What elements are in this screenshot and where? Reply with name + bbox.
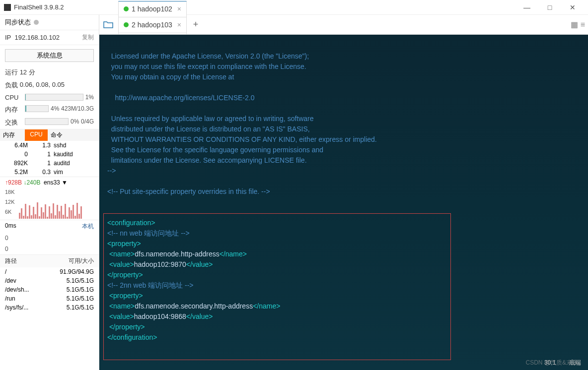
minimize-button[interactable]: —: [515, 0, 538, 15]
table-row[interactable]: 5.2M0.3vim: [0, 168, 99, 177]
mem-bar: [25, 105, 49, 112]
disk-col-path[interactable]: 路径: [5, 257, 49, 265]
net-up: ↑928B: [5, 179, 22, 186]
mem-value: 423M/10.3G: [61, 105, 94, 114]
net-down: ↓240B: [23, 179, 40, 186]
process-table: 内存 CPU 命令 6.4M1.3sshd01kauditd892K1audit…: [0, 129, 99, 177]
table-row[interactable]: 01kauditd: [0, 150, 99, 159]
latency-zero-row2: 0: [0, 244, 99, 254]
xml-comment-1: <!-- nn web 端访问地址 -->: [107, 229, 190, 237]
xml-value1-close: </value>: [186, 260, 213, 268]
sync-status: 同步状态: [0, 15, 99, 30]
xml-property2-close: </property>: [107, 323, 145, 331]
mem-row: 内存 4% 423M/10.3G: [0, 103, 99, 116]
load-value: 0.06, 0.08, 0.05: [20, 81, 65, 90]
mem-pct: 4%: [51, 105, 59, 114]
disk-header: 路径 可用/大小: [0, 254, 99, 267]
xml-property-close: </property>: [107, 271, 143, 279]
disk-col-size[interactable]: 可用/大小: [49, 257, 94, 265]
xml-value2-value: hadoop104:9868: [134, 312, 186, 320]
watermark: CSDN @气质&末雨: [525, 358, 578, 367]
net-interface-dropdown[interactable]: ens33 ▼: [44, 179, 68, 186]
new-tab-button[interactable]: +: [189, 18, 203, 32]
list-item[interactable]: /dev5.1G/5.1G: [0, 276, 99, 285]
view-icons[interactable]: ▦ ≡: [571, 20, 585, 29]
list-item[interactable]: /91.9G/94.9G: [0, 267, 99, 276]
load-row: 负载 0.06, 0.08, 0.05: [0, 79, 99, 92]
app-icon: [4, 4, 11, 11]
ip-value: 192.168.10.102: [15, 34, 60, 41]
mem-label: 内存: [5, 105, 23, 114]
close-button[interactable]: ✕: [561, 0, 584, 15]
titlebar: FinalShell 3.9.8.2 — □ ✕: [0, 0, 588, 15]
xml-name1-close: </name>: [220, 250, 247, 258]
chart-y-6k: 6K: [5, 209, 11, 215]
latency-z1: 0: [5, 235, 8, 242]
copy-button[interactable]: 复制: [82, 33, 94, 42]
sync-dot-icon: [34, 20, 39, 25]
xml-name2-close: </name>: [253, 302, 280, 310]
tab[interactable]: 1 hadoop102×: [118, 1, 187, 17]
col-cmd[interactable]: 命令: [48, 129, 99, 141]
latency-row: 0ms 本机: [0, 220, 99, 233]
xml-value1-open: <value>: [107, 260, 134, 268]
close-tab-icon[interactable]: ×: [177, 21, 181, 29]
chart-y-18k: 18K: [5, 189, 15, 195]
latency-zero-row: 0: [0, 233, 99, 244]
xml-comment-2: <!-- 2nn web 端访问地址 -->: [107, 281, 194, 289]
swap-value: 0/4G: [81, 118, 94, 127]
xml-property2-open: <property>: [107, 292, 143, 300]
tab[interactable]: 2 hadoop103×: [118, 17, 187, 33]
col-cpu[interactable]: CPU: [25, 129, 48, 141]
sidebar: 同步状态 IP 192.168.10.102 复制 系统信息 运行 12 分 负…: [0, 15, 99, 370]
col-mem[interactable]: 内存: [0, 129, 25, 141]
cpu-value: 1%: [85, 94, 94, 101]
latency-z2: 0: [5, 246, 8, 252]
cpu-bar: [25, 94, 83, 101]
system-info-button[interactable]: 系统信息: [5, 49, 94, 62]
net-row: ↑928B ↓240B ens33 ▼: [0, 177, 99, 188]
uptime-label: 运行: [5, 68, 18, 77]
uptime-row: 运行 12 分: [0, 66, 99, 79]
xml-property-open: <property>: [107, 240, 141, 247]
content-area: 1 hadoop102×2 hadoop103×3 hadoop104× + ▦…: [99, 15, 588, 370]
ip-row: IP 192.168.10.102 复制: [0, 30, 99, 45]
list-item[interactable]: /dev/sh...5.1G/5.1G: [0, 285, 99, 294]
load-label: 负载: [5, 81, 18, 90]
net-chart: 18K 12K 6K: [5, 189, 94, 219]
process-table-head: 内存 CPU 命令: [0, 129, 99, 141]
cpu-label: CPU: [5, 94, 23, 101]
xml-name2-value: dfs.namenode.secondary.http-address: [135, 302, 253, 310]
sync-label: 同步状态: [5, 18, 31, 27]
xml-configuration-close: </configuration>: [107, 333, 157, 341]
tabbar: 1 hadoop102×2 hadoop103×3 hadoop104× + ▦…: [99, 15, 588, 35]
swap-row: 交换 0% 0/4G: [0, 116, 99, 129]
status-dot-icon: [124, 22, 129, 27]
swap-pct: 0%: [71, 118, 79, 127]
table-row[interactable]: 6.4M1.3sshd: [0, 141, 99, 150]
swap-label: 交换: [5, 118, 23, 127]
cpu-row: CPU 1%: [0, 92, 99, 103]
window-title: FinalShell 3.9.8.2: [14, 3, 515, 11]
list-item[interactable]: /sys/fs/...5.1G/5.1G: [0, 303, 99, 312]
close-tab-icon[interactable]: ×: [177, 5, 181, 13]
table-row[interactable]: 892K1auditd: [0, 159, 99, 168]
status-dot-icon: [124, 6, 129, 11]
latency-ms: 0ms: [5, 222, 16, 231]
maximize-button[interactable]: □: [538, 0, 561, 15]
xml-name2-open: <name>: [107, 302, 135, 310]
uptime-value: 12 分: [20, 68, 35, 77]
ip-label: IP: [5, 34, 11, 41]
xml-value2-close: </value>: [186, 312, 213, 320]
open-folder-icon[interactable]: [102, 19, 114, 31]
latency-host[interactable]: 本机: [82, 222, 94, 231]
xml-configuration-open: <configuration>: [107, 219, 155, 227]
chart-y-12k: 12K: [5, 199, 15, 205]
list-item[interactable]: /run5.1G/5.1G: [0, 294, 99, 303]
swap-bar: [25, 118, 69, 125]
xml-name1-open: <name>: [107, 250, 135, 258]
xml-value1-value: hadoop102:9870: [134, 260, 186, 268]
xml-value2-open: <value>: [107, 312, 134, 320]
terminal[interactable]: Licensed under the Apache License, Versi…: [99, 35, 588, 370]
xml-name1-value: dfs.namenode.http-address: [135, 250, 219, 258]
